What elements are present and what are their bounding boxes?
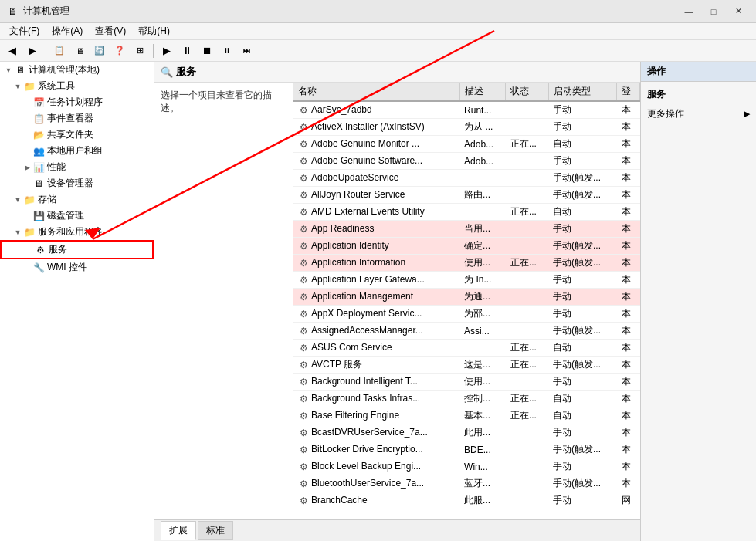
- close-button[interactable]: ✕: [727, 4, 750, 19]
- table-row[interactable]: ⚙BcastDVRUserService_7a...此用...手动本: [293, 424, 640, 441]
- table-row[interactable]: ⚙BitLocker Drive Encryptio...BDE...手动(触发…: [293, 441, 640, 458]
- tree-item-local-users[interactable]: ▶ 👥 本地用户和组: [0, 143, 154, 159]
- menu-file[interactable]: 文件(F): [3, 23, 46, 39]
- table-row[interactable]: ⚙Adobe Genuine Monitor ...Adob...正在...自动…: [293, 136, 640, 153]
- service-status: 正在...: [506, 407, 548, 424]
- pause2-button[interactable]: ⏸: [218, 42, 236, 59]
- service-gear-icon: ⚙: [298, 224, 309, 235]
- table-row[interactable]: ⚙ActiveX Installer (AxInstSV)为从 ...手动本: [293, 119, 640, 136]
- toolbar-btn-3[interactable]: 🔄: [90, 42, 109, 59]
- minimize-button[interactable]: —: [677, 4, 700, 19]
- storage-label: 存储: [38, 193, 56, 206]
- tree-item-performance[interactable]: ▶ 📊 性能: [0, 159, 154, 175]
- menu-view[interactable]: 查看(V): [89, 23, 132, 39]
- service-login: 本: [617, 101, 640, 119]
- service-desc: 控制...: [459, 391, 506, 407]
- service-start-type: 自动: [548, 204, 617, 221]
- menu-action[interactable]: 操作(A): [46, 23, 89, 39]
- back-button[interactable]: ◀: [3, 42, 22, 59]
- tree-item-wmi[interactable]: ▶ 🔧 WMI 控件: [0, 259, 154, 276]
- table-row[interactable]: ⚙AarSvc_7adbdRunt...手动本: [293, 101, 640, 119]
- maximize-button[interactable]: □: [702, 4, 725, 19]
- window-controls: — □ ✕: [677, 4, 750, 19]
- service-name: ⚙Application Identity: [293, 238, 459, 255]
- pause-button[interactable]: ⏸: [178, 42, 196, 59]
- tree-item-disk-mgmt[interactable]: ▶ 💾 磁盘管理: [0, 208, 154, 224]
- table-row[interactable]: ⚙Background Tasks Infras...控制...正在...自动本: [293, 391, 640, 407]
- tree-item-event-viewer[interactable]: ▶ 📋 事件查看器: [0, 110, 154, 127]
- table-row[interactable]: ⚙AppX Deployment Servic...为部...手动本: [293, 306, 640, 323]
- service-name: ⚙Application Management: [293, 289, 459, 306]
- service-desc: 使用...: [459, 374, 506, 391]
- tab-standard[interactable]: 标准: [198, 521, 233, 540]
- service-start-type: 自动: [548, 136, 617, 153]
- service-status: [506, 475, 548, 492]
- service-gear-icon: ⚙: [298, 326, 309, 336]
- table-row[interactable]: ⚙Application Layer Gatewa...为 In...手动本: [293, 272, 640, 289]
- tree-item-device-manager[interactable]: ▶ 🖥 设备管理器: [0, 175, 154, 191]
- col-login[interactable]: 登: [617, 83, 640, 101]
- table-row[interactable]: ⚙AdobeUpdateService手动(触发...本: [293, 170, 640, 187]
- table-row[interactable]: ⚙AMD External Events Utility正在...自动本: [293, 204, 640, 221]
- stop-button[interactable]: ⏹: [198, 42, 216, 59]
- service-status: 正在...: [506, 136, 548, 153]
- service-start-type: 手动: [548, 306, 617, 323]
- service-desc: 当用...: [459, 221, 506, 238]
- table-row[interactable]: ⚙AssignedAccessManager...Assi...手动(触发...…: [293, 323, 640, 340]
- disk-mgmt-label: 磁盘管理: [47, 209, 84, 222]
- toolbar-btn-2[interactable]: 🖥: [70, 42, 89, 59]
- actions-more-operations[interactable]: 更多操作 ▶: [641, 104, 756, 123]
- tree-item-root[interactable]: ▼ 🖥 计算机管理(本地): [0, 62, 154, 78]
- table-row[interactable]: ⚙Application Information使用...正在...手动(触发.…: [293, 255, 640, 272]
- toolbar-btn-5[interactable]: ⊞: [131, 42, 149, 59]
- col-name[interactable]: 名称: [293, 83, 459, 101]
- table-row[interactable]: ⚙Application Identity确定...手动(触发...本: [293, 238, 640, 255]
- service-name: ⚙Adobe Genuine Monitor ...: [293, 136, 459, 153]
- table-row[interactable]: ⚙App Readiness当用...手动本: [293, 221, 640, 238]
- tree-item-shared-folders[interactable]: ▶ 📂 共享文件夹: [0, 127, 154, 143]
- service-name: ⚙App Readiness: [293, 221, 459, 238]
- service-login: 本: [617, 255, 640, 272]
- services-table-container[interactable]: 名称 描述 状态 启动类型 登 ⚙AarSvc_7adbdRunt...手动本⚙…: [293, 83, 640, 519]
- table-row[interactable]: ⚙ASUS Com Service正在...自动本: [293, 340, 640, 357]
- table-row[interactable]: ⚙BluetoothUserService_7a...蓝牙...手动(触发...…: [293, 475, 640, 492]
- service-status: 正在...: [506, 340, 548, 357]
- service-start-type: 手动(触发...: [548, 323, 617, 340]
- play-button[interactable]: ▶: [158, 42, 176, 59]
- tree-item-task-scheduler[interactable]: ▶ 📅 任务计划程序: [0, 94, 154, 110]
- service-desc: 此用...: [459, 424, 506, 441]
- col-status[interactable]: 状态: [506, 83, 548, 101]
- table-row[interactable]: ⚙Base Filtering Engine基本...正在...自动本: [293, 407, 640, 424]
- root-icon: 🖥: [14, 64, 26, 76]
- wmi-icon: 🔧: [32, 262, 45, 274]
- toolbar-btn-1[interactable]: 📋: [50, 42, 69, 59]
- shared-folders-icon: 📂: [32, 129, 45, 141]
- forward-button[interactable]: ▶: [23, 42, 42, 59]
- col-start-type[interactable]: 启动类型: [548, 83, 617, 101]
- table-row[interactable]: ⚙Application Management为通...手动本: [293, 289, 640, 306]
- service-desc: 为部...: [459, 306, 506, 323]
- service-status: [506, 187, 548, 204]
- service-name: ⚙Application Information: [293, 255, 459, 272]
- table-row[interactable]: ⚙AllJoyn Router Service路由...手动(触发...本: [293, 187, 640, 204]
- service-status: [506, 119, 548, 136]
- table-row[interactable]: ⚙AVCTP 服务这是...正在...手动(触发...本: [293, 357, 640, 374]
- table-row[interactable]: ⚙Background Intelligent T...使用...手动本: [293, 374, 640, 391]
- table-row[interactable]: ⚙Adobe Genuine Software...Adob...手动本: [293, 153, 640, 170]
- table-row[interactable]: ⚙Block Level Backup Engi...Win...手动本: [293, 458, 640, 475]
- tree-item-system-tools[interactable]: ▼ 📁 系统工具: [0, 78, 154, 94]
- service-gear-icon: ⚙: [298, 258, 309, 269]
- tree-item-services-apps[interactable]: ▼ 📁 服务和应用程序: [0, 224, 154, 240]
- services-icon: ⚙: [34, 244, 46, 256]
- skip-button[interactable]: ⏭: [238, 42, 256, 59]
- service-status: 正在...: [506, 204, 548, 221]
- tab-expand[interactable]: 扩展: [161, 521, 196, 540]
- table-row[interactable]: ⚙BranchCache此服...手动网: [293, 492, 640, 509]
- toolbar-btn-4[interactable]: ❓: [110, 42, 129, 59]
- tree-item-services[interactable]: ▶ ⚙ 服务: [0, 240, 154, 259]
- menu-help[interactable]: 帮助(H): [132, 23, 176, 39]
- performance-icon: 📊: [32, 161, 45, 174]
- service-login: 本: [617, 475, 640, 492]
- col-desc[interactable]: 描述: [459, 83, 506, 101]
- tree-item-storage[interactable]: ▼ 📁 存储: [0, 191, 154, 208]
